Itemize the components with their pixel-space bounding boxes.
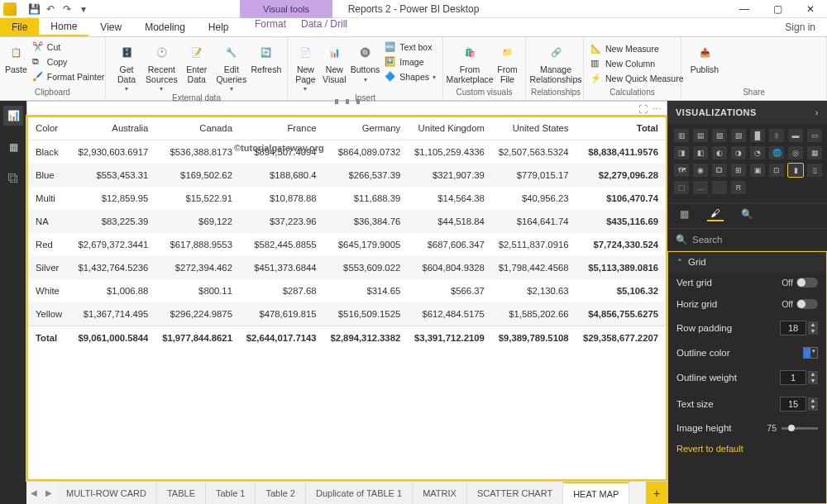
viz-type-chip[interactable]: ▬	[788, 129, 803, 142]
new-measure-button[interactable]: 📐New Measure	[589, 42, 686, 55]
viz-type-chip[interactable]: ◧	[693, 146, 708, 159]
viz-type-chip[interactable]: R	[731, 181, 746, 194]
new-visual-button[interactable]: 📊New Visual	[322, 39, 347, 84]
column-header[interactable]: Total	[574, 116, 667, 140]
text-box-button[interactable]: 🔤Text box	[383, 40, 437, 54]
table-row[interactable]: Yellow$1,367,714.495$296,224.9875$478,61…	[27, 302, 667, 326]
new-column-button[interactable]: ▥New Column	[589, 57, 686, 70]
row-padding-spinner[interactable]: ▲▼	[780, 321, 818, 335]
outline-weight-spinner[interactable]: ▲▼	[780, 370, 818, 385]
text-size-spinner[interactable]: ▲▼	[780, 397, 818, 411]
copy-button[interactable]: ⧉Copy	[31, 55, 106, 69]
viz-type-chip[interactable]: ◔	[750, 146, 765, 159]
column-header[interactable]: Canada	[153, 116, 237, 140]
table-row[interactable]: Multi$12,859.95$15,522.91$10,878.88$11,6…	[27, 187, 667, 210]
table-row[interactable]: Blue$553,453.31$169,502.62$188,680.4$266…	[27, 164, 667, 187]
page-tab[interactable]: Duplicate of TABLE 1	[306, 482, 413, 504]
close-button[interactable]: ✕	[794, 0, 827, 18]
refresh-button[interactable]: 🔄Refresh	[251, 39, 282, 75]
cut-button[interactable]: ✂️Cut	[31, 40, 106, 54]
viz-type-chip[interactable]: ▥	[674, 129, 689, 142]
viz-type-chip[interactable]: ▦	[807, 146, 822, 159]
viz-type-chip[interactable]: ◨	[674, 146, 689, 159]
page-tab[interactable]: MATRIX	[413, 482, 467, 504]
grid-section-header[interactable]: ⌃ Grid	[668, 252, 826, 272]
visual-resize-handle[interactable]	[335, 99, 360, 104]
column-header[interactable]: United Kingdom	[405, 116, 490, 140]
maximize-button[interactable]: ▢	[761, 0, 794, 18]
viz-type-chip[interactable]: ▮	[788, 164, 803, 177]
vert-grid-toggle[interactable]: Off	[782, 278, 818, 288]
enter-data-button[interactable]: 📝Enter Data	[181, 39, 213, 84]
edit-queries-button[interactable]: 🔧Edit Queries▾	[216, 39, 247, 93]
model-view-button[interactable]: ⿻	[3, 169, 23, 188]
new-quick-measure-button[interactable]: ⚡New Quick Measure	[589, 72, 686, 85]
viz-type-chip[interactable]: ⫴	[769, 129, 784, 142]
tab-view[interactable]: View	[88, 18, 133, 36]
image-button[interactable]: 🖼️Image	[383, 55, 437, 69]
undo-icon[interactable]: ↶	[45, 3, 56, 15]
viz-type-chip[interactable]: 🌐	[769, 146, 784, 159]
file-menu[interactable]: File	[0, 18, 39, 36]
viz-type-chip[interactable]: ◎	[788, 146, 803, 159]
viz-type-chip[interactable]: ◉	[693, 164, 708, 177]
get-data-button[interactable]: 🗄️Get Data▾	[111, 39, 142, 93]
column-header[interactable]: United States	[490, 116, 574, 140]
column-header[interactable]: France	[237, 116, 322, 140]
save-icon[interactable]: 💾	[28, 3, 40, 15]
table-row[interactable]: White$1,006.88$800.11$287.68$314.65$566.…	[27, 279, 667, 302]
page-nav-prev[interactable]: ◀	[26, 482, 41, 504]
page-nav-next[interactable]: ▶	[41, 482, 56, 504]
from-marketplace-button[interactable]: 🛍️From Marketplace	[448, 39, 491, 84]
page-tab[interactable]: TABLE	[157, 482, 206, 504]
from-file-button[interactable]: 📁From File	[495, 39, 520, 84]
visual-filters-icon[interactable]: ⛶	[638, 104, 648, 114]
viz-type-chip[interactable]: ▯	[807, 164, 822, 177]
buttons-button[interactable]: 🔘Buttons▾	[351, 39, 380, 83]
viz-type-chip[interactable]: ◐	[712, 146, 727, 159]
visualizations-header[interactable]: VISUALIZATIONS ›	[667, 101, 827, 124]
data-view-button[interactable]: ▦	[3, 137, 23, 157]
horiz-grid-toggle[interactable]: Off	[782, 299, 818, 309]
sign-in-link[interactable]: Sign in	[773, 18, 827, 36]
tab-help[interactable]: Help	[197, 18, 241, 36]
matrix-visual[interactable]: ©tutorialgateway.org ColorAustraliaCanad…	[27, 116, 667, 480]
tab-data-drill[interactable]: Data / Drill	[289, 18, 359, 30]
viz-type-chip[interactable]	[712, 181, 727, 194]
page-tab[interactable]: Table 1	[206, 482, 256, 504]
column-header[interactable]: Color	[27, 116, 69, 140]
viz-type-chip[interactable]: …	[693, 181, 708, 194]
paste-button[interactable]: 📋 Paste	[5, 39, 27, 75]
qat-dropdown-icon[interactable]: ▾	[78, 3, 89, 15]
viz-type-chip[interactable]: ⬚	[674, 181, 689, 194]
viz-type-chip[interactable]: ⛋	[712, 164, 727, 177]
viz-type-chip[interactable]: ▤	[693, 129, 708, 142]
viz-type-chip[interactable]: ▨	[731, 129, 746, 142]
page-tab[interactable]: SCATTER CHART	[467, 482, 563, 504]
table-row[interactable]: NA$83,225.39$69,122$37,223.96$36,384.76$…	[27, 210, 667, 233]
viz-type-chip[interactable]: 🗺	[674, 164, 689, 177]
analytics-tab[interactable]: 🔍	[739, 207, 755, 221]
publish-button[interactable]: 📤Publish	[686, 39, 723, 75]
outline-color-picker[interactable]: ▾	[803, 347, 818, 359]
viz-type-chip[interactable]: ◑	[731, 146, 746, 159]
column-header[interactable]: Australia	[69, 116, 154, 140]
table-row[interactable]: Silver$1,432,764.5236$272,394.462$451,37…	[27, 256, 667, 279]
viz-type-chip[interactable]: ⊞	[731, 164, 746, 177]
viz-type-chip[interactable]: ▭	[807, 129, 822, 142]
viz-type-chip[interactable]: ▣	[750, 164, 765, 177]
report-view-button[interactable]: 📊	[3, 106, 23, 126]
add-page-button[interactable]: +	[646, 482, 667, 504]
format-tab[interactable]: 🖌	[707, 207, 724, 221]
viz-type-chip[interactable]: ▧	[712, 129, 727, 142]
visual-options-icon[interactable]: ⋯	[653, 104, 662, 115]
format-painter-button[interactable]: 🖌️Format Painter	[31, 70, 106, 83]
column-header[interactable]: Germany	[322, 116, 406, 140]
format-search[interactable]: 🔍 Search	[667, 229, 827, 251]
revert-to-default-link[interactable]: Revert to default	[668, 439, 826, 459]
redo-icon[interactable]: ↷	[61, 3, 73, 15]
page-tab[interactable]: MULTI-ROW CARD	[56, 482, 157, 504]
image-height-slider[interactable]: 75	[767, 423, 818, 433]
recent-sources-button[interactable]: 🕐Recent Sources▾	[146, 39, 178, 93]
table-row[interactable]: Red$2,679,372.3441$617,888.9553$582,445.…	[27, 233, 667, 256]
